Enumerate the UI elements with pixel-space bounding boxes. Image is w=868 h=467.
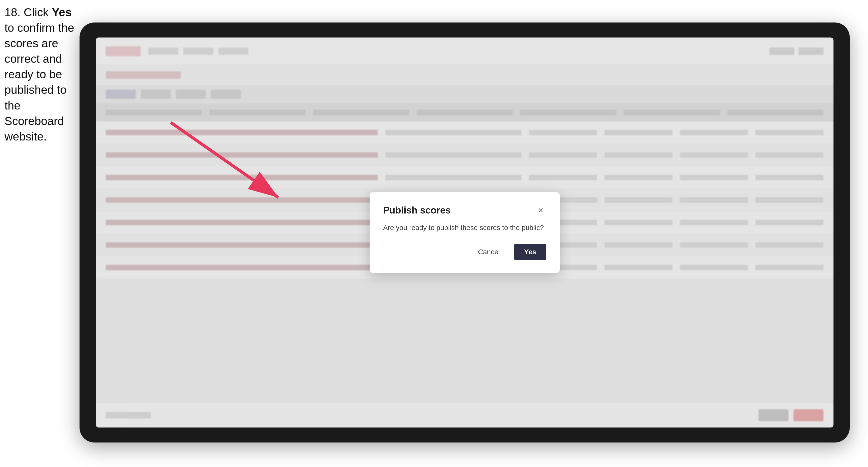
bold-yes: Yes (52, 6, 71, 19)
modal-footer: Cancel Yes (383, 244, 546, 260)
tablet-screen: Publish scores × Are you ready to publis… (96, 37, 834, 428)
svg-line-1 (171, 123, 278, 197)
publish-scores-modal: Publish scores × Are you ready to publis… (370, 192, 560, 273)
instruction-suffix: to confirm the scores are correct and re… (4, 21, 74, 143)
instruction-text: 18. Click Yes to confirm the scores are … (4, 4, 77, 144)
modal-title: Publish scores (383, 205, 451, 216)
yes-button[interactable]: Yes (514, 244, 546, 260)
tablet-device: Publish scores × Are you ready to publis… (80, 23, 850, 442)
instruction-prefix: Click (24, 6, 52, 19)
modal-header: Publish scores × (383, 205, 546, 216)
cancel-button[interactable]: Cancel (469, 244, 509, 260)
instruction-arrow (158, 107, 333, 232)
modal-overlay: Publish scores × Are you ready to publis… (96, 37, 834, 428)
modal-body-text: Are you ready to publish these scores to… (383, 223, 546, 232)
step-number: 18. (4, 6, 21, 19)
modal-close-button[interactable]: × (535, 205, 546, 216)
